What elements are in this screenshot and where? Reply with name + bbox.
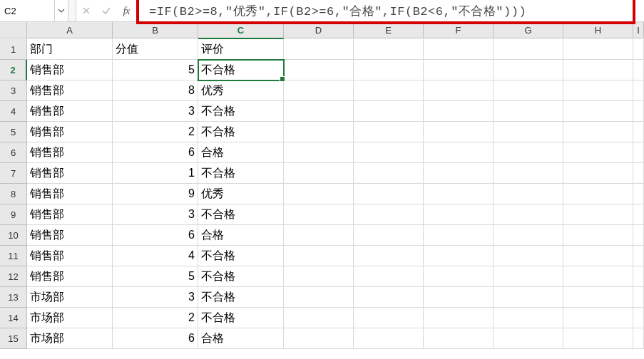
cell-B6[interactable]: 6 [113,142,198,163]
name-box-dropdown[interactable] [55,0,68,21]
cell-D13[interactable] [284,287,354,308]
cell-G11[interactable] [494,246,563,266]
cell-B12[interactable]: 5 [113,266,198,287]
cell-G15[interactable] [494,328,563,349]
cell-E6[interactable] [354,142,424,163]
cell-D6[interactable] [284,142,354,163]
insert-function-button[interactable]: fx [116,0,136,21]
cell-C6[interactable]: 合格 [198,142,284,163]
cell-C15[interactable]: 合格 [198,328,284,349]
cell-D5[interactable] [284,122,354,142]
cell-F12[interactable] [424,266,494,287]
row-header-1[interactable]: 1 [0,39,27,60]
cell-B2[interactable]: 5 [113,60,198,80]
row-header-12[interactable]: 12 [0,266,27,287]
cell-F1[interactable] [424,39,494,60]
cell-C7[interactable]: 不合格 [198,163,284,184]
column-header-F[interactable]: F [424,22,494,38]
row-header-5[interactable]: 5 [0,122,27,142]
row-header-10[interactable]: 10 [0,225,27,246]
cell-B10[interactable]: 6 [113,225,198,246]
cell-G8[interactable] [494,184,563,204]
row-header-15[interactable]: 15 [0,328,27,349]
cell-C8[interactable]: 优秀 [198,184,284,204]
cell-H11[interactable] [563,246,633,266]
cell-D7[interactable] [284,163,354,184]
cell-F2[interactable] [424,60,494,80]
cell-I10[interactable] [633,225,644,246]
row-header-13[interactable]: 13 [0,287,27,308]
cell-A5[interactable]: 销售部 [27,122,113,142]
cell-B13[interactable]: 3 [113,287,198,308]
select-all-corner[interactable] [0,22,27,38]
cell-I4[interactable] [633,101,644,122]
cell-E5[interactable] [354,122,424,142]
cell-E4[interactable] [354,101,424,122]
cell-D3[interactable] [284,80,354,101]
cell-C5[interactable]: 不合格 [198,122,284,142]
row-header-4[interactable]: 4 [0,101,27,122]
cell-E1[interactable] [354,39,424,60]
name-box[interactable]: C2 [0,0,55,21]
cell-H12[interactable] [563,266,633,287]
row-header-11[interactable]: 11 [0,246,27,266]
cell-A12[interactable]: 销售部 [27,266,113,287]
cell-F5[interactable] [424,122,494,142]
cell-A9[interactable]: 销售部 [27,204,113,225]
cell-H9[interactable] [563,204,633,225]
cell-H4[interactable] [563,101,633,122]
cell-F9[interactable] [424,204,494,225]
cell-I13[interactable] [633,287,644,308]
cell-I1[interactable] [633,39,644,60]
cell-B3[interactable]: 8 [113,80,198,101]
cell-D15[interactable] [284,328,354,349]
cell-C10[interactable]: 合格 [198,225,284,246]
cell-I14[interactable] [633,308,644,328]
cell-B9[interactable]: 3 [113,204,198,225]
cell-I2[interactable] [633,60,644,80]
cell-G9[interactable] [494,204,563,225]
cell-H13[interactable] [563,287,633,308]
column-header-B[interactable]: B [113,22,198,38]
row-header-9[interactable]: 9 [0,204,27,225]
cell-C14[interactable]: 不合格 [198,308,284,328]
cell-G12[interactable] [494,266,563,287]
cell-B5[interactable]: 2 [113,122,198,142]
cell-I15[interactable] [633,328,644,349]
cell-C2[interactable]: 不合格 [198,60,284,80]
cell-A4[interactable]: 销售部 [27,101,113,122]
cell-A3[interactable]: 销售部 [27,80,113,101]
row-header-2[interactable]: 2 [0,60,27,80]
cell-F6[interactable] [424,142,494,163]
cell-A2[interactable]: 销售部 [27,60,113,80]
cell-H5[interactable] [563,122,633,142]
cell-C9[interactable]: 不合格 [198,204,284,225]
cell-I11[interactable] [633,246,644,266]
cell-H2[interactable] [563,60,633,80]
cell-E2[interactable] [354,60,424,80]
cell-H6[interactable] [563,142,633,163]
cell-E11[interactable] [354,246,424,266]
column-header-E[interactable]: E [354,22,424,38]
column-header-D[interactable]: D [284,22,354,38]
column-header-G[interactable]: G [494,22,563,38]
cell-F11[interactable] [424,246,494,266]
cell-G3[interactable] [494,80,563,101]
cell-C3[interactable]: 优秀 [198,80,284,101]
cell-F15[interactable] [424,328,494,349]
cell-B15[interactable]: 6 [113,328,198,349]
cell-A7[interactable]: 销售部 [27,163,113,184]
cell-B1[interactable]: 分值 [113,39,198,60]
cell-D14[interactable] [284,308,354,328]
row-header-6[interactable]: 6 [0,142,27,163]
cell-E3[interactable] [354,80,424,101]
cell-F13[interactable] [424,287,494,308]
row-header-14[interactable]: 14 [0,308,27,328]
cell-E8[interactable] [354,184,424,204]
formula-input[interactable]: =IF(B2>=8,"优秀",IF(B2>=6,"合格",IF(B2<6,"不合… [136,3,644,19]
cell-F7[interactable] [424,163,494,184]
cell-A8[interactable]: 销售部 [27,184,113,204]
cell-E12[interactable] [354,266,424,287]
cell-E7[interactable] [354,163,424,184]
formula-cancel-button[interactable] [76,0,96,21]
